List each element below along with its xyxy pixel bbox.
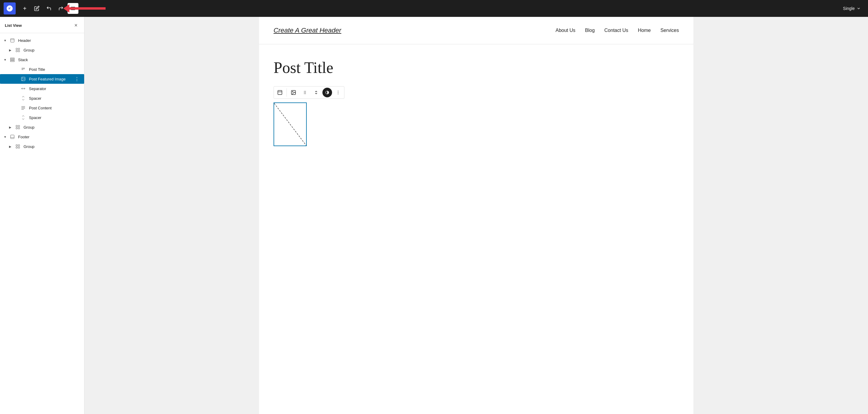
svg-rect-9 bbox=[10, 58, 14, 59]
layout-icon bbox=[9, 37, 16, 44]
spacer-icon bbox=[20, 95, 27, 102]
canvas-header: Create A Great Header About Us Blog Cont… bbox=[259, 17, 693, 44]
tree-item-post-featured-image[interactable]: Post Featured Image ⋮ bbox=[0, 74, 84, 84]
tree-item-spacer1[interactable]: Spacer bbox=[0, 94, 84, 103]
more-options-block-button[interactable] bbox=[333, 87, 343, 98]
svg-point-40 bbox=[304, 94, 305, 94]
more-icon bbox=[336, 90, 341, 95]
svg-point-36 bbox=[304, 91, 305, 92]
svg-point-43 bbox=[338, 92, 338, 93]
stack-label: Stack bbox=[18, 58, 81, 62]
stack-icon bbox=[9, 56, 16, 63]
view-mode-dropdown[interactable]: Single bbox=[839, 4, 864, 13]
block-type-button[interactable] bbox=[275, 87, 285, 98]
svg-point-35 bbox=[292, 91, 293, 92]
svg-point-16 bbox=[22, 78, 23, 79]
main-layout: List View × ▼ Header ▶ Group bbox=[0, 17, 868, 414]
header-label: Header bbox=[18, 38, 81, 43]
post-featured-image-label: Post Featured Image bbox=[29, 77, 73, 81]
svg-rect-30 bbox=[16, 147, 18, 148]
title-icon bbox=[20, 66, 27, 73]
svg-point-41 bbox=[305, 94, 306, 94]
svg-point-37 bbox=[305, 91, 306, 92]
sidebar-title: List View bbox=[5, 23, 22, 28]
post-title-display: Post Title bbox=[274, 59, 679, 76]
toolbar-separator bbox=[286, 88, 287, 97]
wp-logo-icon bbox=[6, 5, 13, 12]
tree-item-header[interactable]: ▼ Header bbox=[0, 36, 84, 45]
post-content-label: Post Content bbox=[29, 106, 81, 110]
svg-rect-23 bbox=[18, 125, 20, 127]
close-sidebar-button[interactable]: × bbox=[72, 22, 79, 29]
nav-item-services[interactable]: Services bbox=[660, 28, 679, 33]
tree-item-group3[interactable]: ▶ Group bbox=[0, 142, 84, 151]
list-view-sidebar: List View × ▼ Header ▶ Group bbox=[0, 17, 85, 414]
tree-item-footer[interactable]: ▼ Footer bbox=[0, 132, 84, 142]
svg-point-44 bbox=[338, 94, 338, 94]
tree-item-stack[interactable]: ▼ Stack bbox=[0, 55, 84, 65]
drag-handle-button[interactable] bbox=[300, 87, 310, 98]
add-block-button[interactable]: + bbox=[19, 3, 30, 14]
drag-icon bbox=[303, 90, 307, 95]
chevron-icon: ▼ bbox=[4, 58, 9, 62]
featured-image-placeholder[interactable] bbox=[274, 102, 307, 146]
svg-line-45 bbox=[274, 103, 306, 145]
tree-item-spacer2[interactable]: Spacer bbox=[0, 113, 84, 122]
footer-label: Footer bbox=[18, 135, 81, 139]
svg-rect-8 bbox=[18, 50, 20, 52]
group1-label: Group bbox=[24, 48, 81, 53]
group-icon bbox=[14, 124, 21, 131]
svg-rect-5 bbox=[16, 48, 18, 50]
spacer2-label: Spacer bbox=[29, 115, 81, 120]
content-icon bbox=[20, 105, 27, 111]
tree-item-group2[interactable]: ▶ Group bbox=[0, 122, 84, 132]
wordpress-logo[interactable] bbox=[4, 2, 16, 14]
svg-rect-26 bbox=[10, 135, 14, 139]
group3-label: Group bbox=[24, 144, 81, 149]
style-button[interactable] bbox=[322, 88, 332, 97]
footer-icon bbox=[9, 134, 16, 140]
tree-item-post-title[interactable]: Post Title bbox=[0, 65, 84, 74]
site-title: Create A Great Header bbox=[274, 27, 341, 34]
tree-item-post-content[interactable]: Post Content bbox=[0, 103, 84, 113]
more-options-button[interactable]: ⋮ bbox=[73, 76, 81, 82]
chevron-down-icon bbox=[857, 6, 861, 10]
nav-item-contact[interactable]: Contact Us bbox=[604, 28, 628, 33]
svg-rect-25 bbox=[18, 128, 20, 129]
separator-icon bbox=[20, 85, 27, 92]
tree-list: ▼ Header ▶ Group ▼ S bbox=[0, 33, 84, 414]
group2-label: Group bbox=[24, 125, 81, 130]
post-title-label: Post Title bbox=[29, 67, 81, 72]
edit-button[interactable] bbox=[31, 3, 42, 14]
move-up-down-button[interactable] bbox=[311, 87, 322, 98]
undo-button[interactable] bbox=[43, 3, 54, 14]
svg-rect-32 bbox=[278, 91, 282, 95]
tree-item-group1[interactable]: ▶ Group bbox=[0, 45, 84, 55]
svg-rect-28 bbox=[16, 145, 18, 146]
separator-label: Separator bbox=[29, 87, 81, 91]
chevron-icon: ▶ bbox=[9, 48, 14, 52]
undo-icon bbox=[46, 6, 52, 11]
block-toolbar bbox=[274, 86, 344, 99]
chevron-icon: ▼ bbox=[4, 39, 9, 42]
chevron-icon: ▼ bbox=[4, 135, 9, 139]
svg-rect-7 bbox=[16, 50, 18, 52]
svg-rect-11 bbox=[10, 61, 14, 62]
svg-rect-29 bbox=[18, 145, 20, 146]
nav-item-home[interactable]: Home bbox=[638, 28, 651, 33]
block-type-icon bbox=[277, 90, 283, 95]
image-block-button[interactable] bbox=[288, 87, 299, 98]
image-icon bbox=[291, 90, 296, 95]
chevron-icon: ▶ bbox=[9, 145, 14, 148]
svg-rect-3 bbox=[10, 39, 14, 42]
nav-item-about[interactable]: About Us bbox=[556, 28, 576, 33]
group-icon bbox=[14, 47, 21, 53]
top-toolbar: + Single bbox=[0, 0, 868, 17]
tree-item-separator[interactable]: Separator bbox=[0, 84, 84, 94]
pencil-icon bbox=[34, 6, 39, 11]
svg-rect-10 bbox=[10, 59, 14, 60]
nav-item-blog[interactable]: Blog bbox=[585, 28, 595, 33]
image-icon bbox=[20, 76, 27, 82]
arrows-icon bbox=[314, 90, 319, 95]
sidebar-header: List View × bbox=[0, 17, 84, 33]
